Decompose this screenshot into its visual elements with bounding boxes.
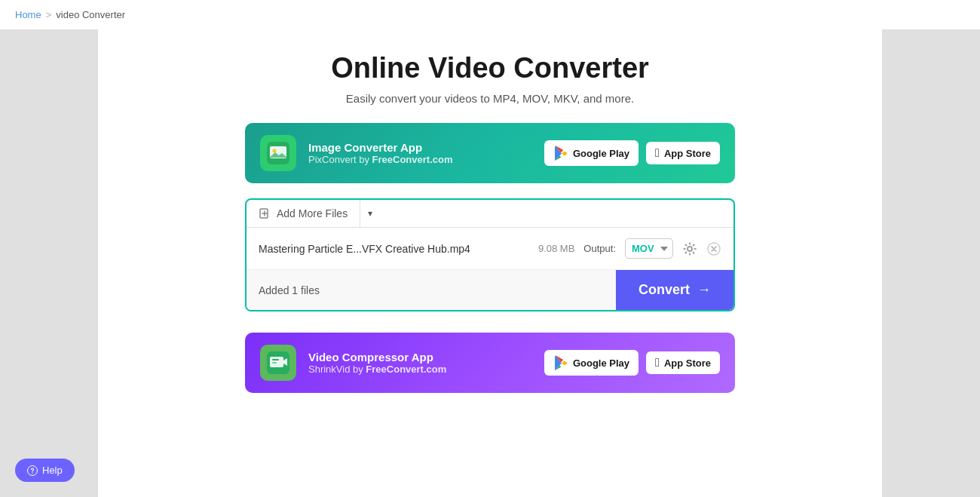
image-google-play-label: Google Play [573,148,629,159]
image-converter-name: Image Converter App [308,141,532,154]
sidebar-left [0,29,98,497]
apple-icon:  [655,147,660,159]
content-area: Online Video Converter Easily convert yo… [98,29,882,497]
video-compressor-sub: ShrinkVid by FreeConvert.com [308,364,532,375]
video-google-play-label: Google Play [573,357,629,369]
remove-file-button[interactable] [706,241,721,256]
gear-icon [682,241,697,256]
page-title: Online Video Converter [331,52,649,84]
svg-rect-9 [272,362,277,364]
google-play-icon [553,146,568,161]
video-app-store-label: App Store [664,357,711,369]
file-row: Mastering Particle E...VFX Creative Hub.… [247,228,733,270]
breadcrumb-separator: > [46,9,52,20]
output-label: Output: [583,243,616,254]
breadcrumb-home[interactable]: Home [15,9,41,20]
add-files-label: Add More Files [277,207,348,219]
convert-arrow-icon: → [697,282,711,298]
svg-rect-7 [270,357,283,367]
video-compressor-name: Video Compressor App [308,351,532,364]
breadcrumb-current: video Converter [56,9,125,20]
file-add-icon [259,207,271,219]
image-app-store-button[interactable]:  App Store [646,142,720,164]
convert-label: Convert [639,282,690,298]
sidebar-right [882,29,980,497]
video-banner-buttons: Google Play  App Store [544,350,720,376]
image-google-play-button[interactable]: Google Play [544,140,639,166]
image-converter-sub: PixConvert by FreeConvert.com [308,154,532,165]
add-files-button[interactable]: Add More Files [247,200,360,227]
convert-row: Added 1 files Convert → [247,270,733,310]
added-files-label: Added 1 files [247,274,332,307]
output-format-select[interactable]: MOV MP4 MKV AVI [625,238,673,259]
close-icon [706,241,721,256]
breadcrumb: Home > video Converter [0,0,980,29]
video-compressor-icon [260,345,296,381]
image-app-store-label: App Store [664,148,711,159]
svg-point-2 [273,149,277,153]
image-banner-buttons: Google Play  App Store [544,140,720,166]
image-converter-icon [260,135,296,171]
upload-toolbar: Add More Files ▾ [247,200,733,228]
help-icon [27,465,38,476]
file-size: 9.08 MB [538,243,574,254]
video-compressor-text: Video Compressor App ShrinkVid by FreeCo… [308,351,532,375]
help-label: Help [42,465,63,476]
add-files-dropdown-button[interactable]: ▾ [360,200,380,227]
svg-point-4 [688,247,692,251]
image-converter-banner: Image Converter App PixConvert by FreeCo… [245,123,735,183]
video-app-store-button[interactable]:  App Store [646,351,720,374]
google-play-icon-2 [553,355,568,370]
file-name: Mastering Particle E...VFX Creative Hub.… [259,243,529,255]
upload-section: Add More Files ▾ Mastering Particle E...… [245,198,735,311]
convert-button[interactable]: Convert → [616,270,733,310]
video-google-play-button[interactable]: Google Play [544,350,639,376]
apple-icon-2:  [655,357,660,369]
settings-button[interactable] [682,241,697,256]
image-converter-text: Image Converter App PixConvert by FreeCo… [308,141,532,165]
svg-rect-8 [272,359,279,360]
page-subtitle: Easily convert your videos to MP4, MOV, … [346,92,634,105]
video-compressor-banner: Video Compressor App ShrinkVid by FreeCo… [245,333,735,393]
svg-point-11 [32,472,32,473]
help-button[interactable]: Help [15,459,75,482]
